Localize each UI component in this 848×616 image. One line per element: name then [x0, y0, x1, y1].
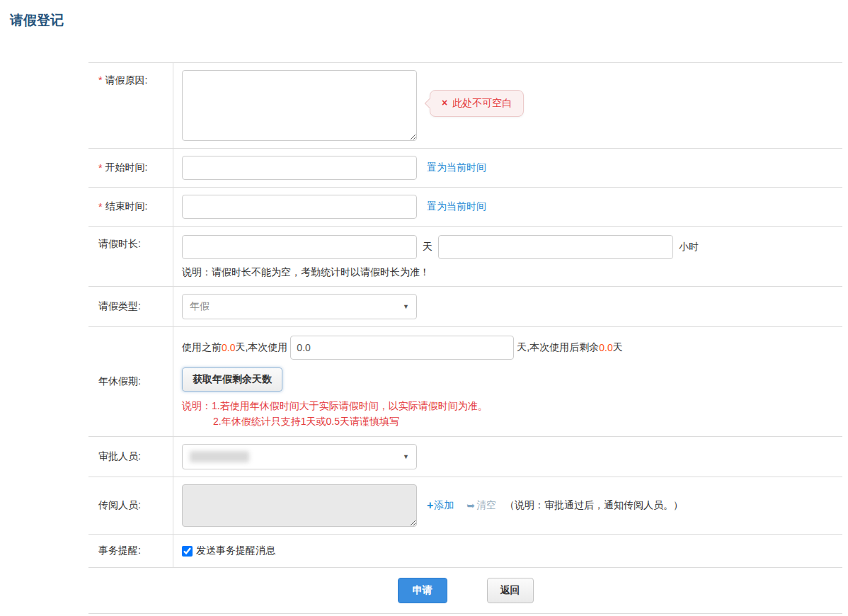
row-cc: 传阅人员: +添加 ➥清空 （说明：审批通过后，通知传阅人员。） — [88, 477, 842, 535]
approver-select[interactable]: ▼ — [182, 444, 417, 469]
leave-type-label: 请假类型: — [98, 300, 141, 313]
reminder-content-cell: 发送事务提醒消息 — [173, 535, 842, 567]
duration-day-unit: 天 — [423, 241, 432, 253]
reminder-checkbox[interactable] — [182, 546, 193, 557]
annual-leave-label-cell: 年休假期: — [88, 327, 173, 436]
actions-content-cell: 申请 返回 — [88, 568, 842, 613]
leave-type-selected-value: 年假 — [190, 300, 210, 313]
duration-note: 说明：请假时长不能为空，考勤统计时以请假时长为准！ — [182, 266, 430, 279]
row-annual-leave: 年休假期: 使用之前0.0天,本次使用 天,本次使用后剩余0.0天 获取年假剩余… — [88, 327, 842, 437]
approver-label: 审批人员: — [98, 450, 141, 463]
reason-label: 请假原因: — [105, 74, 147, 87]
cc-clear-link[interactable]: 清空 — [476, 499, 496, 512]
clear-arrow-icon: ➥ — [466, 500, 475, 511]
duration-content-cell: 天 小时 说明：请假时长不能为空，考勤统计时以请假时长为准！ — [173, 227, 842, 286]
cc-label-cell: 传阅人员: — [88, 477, 173, 534]
start-time-input[interactable] — [182, 156, 417, 180]
duration-inputs-line: 天 小时 — [182, 235, 704, 259]
end-set-now-link[interactable]: 置为当前时间 — [427, 200, 486, 213]
required-asterisk: * — [98, 201, 102, 212]
annual-remain-text: 天,本次使用后剩余 — [517, 341, 599, 354]
annual-leave-summary-line: 使用之前0.0天,本次使用 天,本次使用后剩余0.0天 — [182, 336, 623, 360]
row-duration: 请假时长: 天 小时 说明：请假时长不能为空，考勤统计时以请假时长为准！ — [88, 227, 842, 287]
duration-hours-input[interactable] — [438, 235, 673, 259]
cc-note: （说明：审批通过后，通知传阅人员。） — [505, 499, 683, 512]
cc-content-cell: +添加 ➥清空 （说明：审批通过后，通知传阅人员。） — [173, 477, 842, 534]
chevron-down-icon: ▼ — [403, 453, 409, 460]
start-time-label: 开始时间: — [105, 161, 147, 174]
row-reason: * 请假原因: ×此处不可空白 — [88, 63, 842, 149]
duration-label: 请假时长: — [98, 238, 141, 251]
submit-button[interactable]: 申请 — [398, 578, 447, 603]
reminder-label: 事务提醒: — [98, 544, 141, 557]
annual-remain-value: 0.0 — [599, 342, 612, 353]
annual-leave-content-cell: 使用之前0.0天,本次使用 天,本次使用后剩余0.0天 获取年假剩余天数 说明：… — [173, 327, 842, 436]
start-time-content-cell: 置为当前时间 — [173, 149, 842, 187]
plus-icon: + — [427, 499, 433, 512]
reminder-label-cell: 事务提醒: — [88, 535, 173, 567]
cc-add-link[interactable]: 添加 — [434, 499, 454, 512]
fetch-annual-remaining-button[interactable]: 获取年假剩余天数 — [182, 367, 282, 392]
end-time-content-cell: 置为当前时间 — [173, 188, 842, 226]
required-asterisk: * — [98, 74, 102, 86]
duration-label-cell: 请假时长: — [88, 227, 173, 286]
annual-use-now-text: 天,本次使用 — [235, 341, 287, 354]
row-reminder: 事务提醒: 发送事务提醒消息 — [88, 535, 842, 568]
annual-used-before-value: 0.0 — [222, 342, 235, 353]
page-title: 请假登记 — [10, 11, 64, 30]
cc-textarea[interactable] — [182, 484, 417, 527]
validation-tooltip-text: 此处不可空白 — [452, 97, 512, 108]
annual-leave-label: 年休假期: — [98, 375, 141, 388]
row-approver: 审批人员: ▼ — [88, 437, 842, 477]
duration-days-input[interactable] — [182, 235, 417, 259]
row-start-time: * 开始时间: 置为当前时间 — [88, 149, 842, 188]
validation-tooltip: ×此处不可空白 — [430, 90, 524, 117]
leave-type-label-cell: 请假类型: — [88, 287, 173, 326]
approver-blurred-value — [190, 451, 249, 462]
chevron-down-icon: ▼ — [403, 303, 409, 310]
leave-type-select[interactable]: 年假 ▼ — [182, 294, 417, 319]
end-time-label: 结束时间: — [105, 200, 147, 213]
start-time-label-cell: * 开始时间: — [88, 149, 173, 187]
row-leave-type: 请假类型: 年假 ▼ — [88, 287, 842, 327]
leave-type-content-cell: 年假 ▼ — [173, 287, 842, 326]
annual-leave-note-2: 2.年休假统计只支持1天或0.5天请谨慎填写 — [213, 413, 399, 429]
leave-request-form: * 请假原因: ×此处不可空白 * 开始时间: 置为当前时间 — [88, 62, 842, 614]
annual-remain-unit: 天 — [613, 341, 623, 354]
start-set-now-link[interactable]: 置为当前时间 — [427, 161, 486, 174]
approver-content-cell: ▼ — [173, 437, 842, 477]
approver-label-cell: 审批人员: — [88, 437, 173, 477]
error-x-icon: × — [442, 97, 447, 108]
cc-label: 传阅人员: — [98, 499, 141, 512]
reason-label-cell: * 请假原因: — [88, 63, 173, 148]
row-end-time: * 结束时间: 置为当前时间 — [88, 188, 842, 227]
reminder-checkbox-label: 发送事务提醒消息 — [196, 544, 275, 557]
row-actions: 申请 返回 — [88, 568, 842, 614]
duration-hour-unit: 小时 — [679, 241, 699, 253]
annual-leave-note-1: 说明：1.若使用年休假时间大于实际请假时间，以实际请假时间为准。 — [182, 398, 488, 413]
annual-use-now-input[interactable] — [290, 336, 514, 360]
end-time-input[interactable] — [182, 195, 417, 219]
end-time-label-cell: * 结束时间: — [88, 188, 173, 226]
annual-used-before-text: 使用之前 — [182, 341, 222, 354]
required-asterisk: * — [98, 162, 102, 173]
reason-textarea[interactable] — [182, 70, 417, 141]
reason-content-cell: ×此处不可空白 — [173, 63, 842, 148]
back-button[interactable]: 返回 — [487, 578, 534, 603]
